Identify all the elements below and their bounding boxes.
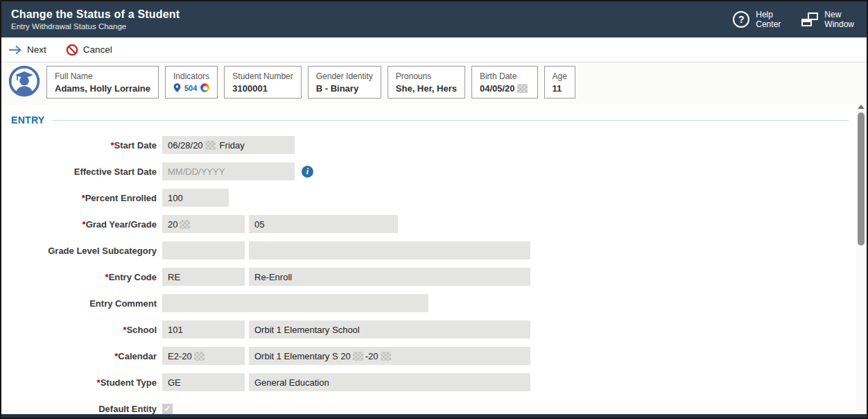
entry-code-input[interactable]: RE <box>162 268 245 286</box>
arrow-right-icon <box>8 45 22 55</box>
grade-level-subcategory-row: Grade Level Subcategory <box>1 241 867 259</box>
school-description: Orbit 1 Elementary School <box>249 320 530 339</box>
effective-start-date-label: Effective Start Date <box>1 166 157 177</box>
entry-section-header: ENTRY <box>1 105 867 126</box>
student-type-input[interactable]: GE <box>162 373 245 391</box>
pronouns-box: Pronouns She, Her, Hers <box>388 66 465 99</box>
grad-year-grade-label-text: Grad Year/Grade <box>86 219 157 230</box>
indicator-504-badge[interactable]: 504 <box>184 84 197 92</box>
student-type-label-text: Student Type <box>101 377 157 388</box>
page-header: Change the Status of a Student Entry Wit… <box>1 1 867 37</box>
student-type-description-value: General Education <box>254 377 329 388</box>
entry-form-panel: ENTRY *Start Date 06/28/20Friday Effecti… <box>1 105 867 419</box>
default-entity-label: Default Entity <box>1 404 157 414</box>
percent-enrolled-input[interactable]: 100 <box>162 189 229 207</box>
student-type-row: *Student Type GE General Education <box>1 373 867 391</box>
calendar-description: Orbit 1 Elementary S 20-20 <box>249 347 530 365</box>
redacted-calendar-desc-year1 <box>353 352 363 361</box>
full-name-value: Adams, Holly Lorraine <box>55 83 150 94</box>
entry-comment-input[interactable] <box>162 294 428 312</box>
grade-level-subcategory-code-input[interactable] <box>162 241 245 259</box>
cancel-button[interactable]: Cancel <box>66 44 112 56</box>
calendar-code-prefix: E2-20 <box>168 351 192 361</box>
student-full-name-box: Full Name Adams, Holly Lorraine <box>46 66 159 99</box>
age-label: Age <box>553 71 567 81</box>
student-number-box: Student Number 3100001 <box>224 66 301 99</box>
new-window-label-line1: New <box>824 10 841 19</box>
grade-level-subcategory-description <box>249 241 530 259</box>
entry-comment-row: Entry Comment <box>1 294 867 312</box>
grade-input[interactable]: 05 <box>249 215 398 233</box>
effective-start-date-placeholder: MM/DD/YYYY <box>168 166 225 177</box>
vertical-scrollbar[interactable] <box>856 103 865 414</box>
entry-code-value: RE <box>168 272 180 282</box>
calendar-description-mid: -20 <box>365 351 379 361</box>
age-value: 11 <box>553 83 567 94</box>
grad-year-input[interactable]: 20 <box>162 215 245 233</box>
entry-code-row: *Entry Code RE Re-Enroll <box>1 268 867 286</box>
start-date-value-suffix: Friday <box>220 140 245 151</box>
help-center-button[interactable]: ? Help Center <box>733 10 781 30</box>
calendar-label: *Calendar <box>1 351 157 361</box>
calendar-label-text: Calendar <box>118 351 157 361</box>
student-indicators-box: Indicators 504 <box>165 66 218 99</box>
new-window-button[interactable]: New Window <box>801 10 854 30</box>
start-date-row: *Start Date 06/28/20Friday <box>1 136 867 154</box>
effective-start-date-input[interactable]: MM/DD/YYYY <box>162 162 295 180</box>
multicolor-indicator-center <box>203 86 207 90</box>
grad-year-value-prefix: 20 <box>168 219 177 230</box>
student-header: Full Name Adams, Holly Lorraine Indicato… <box>1 62 867 105</box>
entry-section-title: ENTRY <box>11 114 44 126</box>
percent-enrolled-value: 100 <box>168 193 183 203</box>
gender-identity-box: Gender Identity B - Binary <box>308 66 381 99</box>
next-button[interactable]: Next <box>8 44 46 55</box>
scroll-up-arrow-icon[interactable] <box>858 105 865 109</box>
birth-date-text: 04/05/20 <box>480 83 515 94</box>
help-center-label: Help Center <box>756 10 781 30</box>
indicators-icons: 504 <box>173 83 209 93</box>
birth-date-value: 04/05/20 <box>480 83 530 94</box>
grad-year-grade-label: *Grad Year/Grade <box>1 219 157 230</box>
grade-level-subcategory-label: Grade Level Subcategory <box>1 246 157 256</box>
percent-enrolled-row: *Percent Enrolled 100 <box>1 189 867 207</box>
birth-date-label: Birth Date <box>480 71 530 81</box>
default-entity-checkbox: ✓ <box>162 404 173 414</box>
school-label: *School <box>1 325 157 335</box>
effective-start-date-row: Effective Start Date MM/DD/YYYY i <box>1 162 867 180</box>
percent-enrolled-label: *Percent Enrolled <box>1 193 157 203</box>
help-label-line1: Help <box>756 10 773 19</box>
school-description-value: Orbit 1 Elementary School <box>254 325 360 335</box>
full-name-label: Full Name <box>55 71 150 81</box>
school-label-text: School <box>127 325 157 335</box>
percent-enrolled-label-text: Percent Enrolled <box>85 193 157 203</box>
calendar-code-input[interactable]: E2-20 <box>162 347 245 365</box>
new-window-label-line2: Window <box>824 19 854 29</box>
gender-identity-value: B - Binary <box>316 83 373 94</box>
school-code-input[interactable]: 101 <box>162 320 245 339</box>
student-type-description: General Education <box>249 373 530 391</box>
gender-identity-label: Gender Identity <box>316 71 373 81</box>
multicolor-indicator-icon[interactable] <box>200 83 209 92</box>
pronouns-value: She, Her, Hers <box>396 83 457 94</box>
window-bottom-edge <box>1 414 867 418</box>
redacted-grad-year <box>180 220 190 229</box>
info-icon[interactable]: i <box>302 166 313 178</box>
entry-comment-label: Entry Comment <box>1 298 157 309</box>
grad-year-grade-row: *Grad Year/Grade 20 05 <box>1 215 867 233</box>
entry-code-label-text: Entry Code <box>109 272 157 282</box>
redacted-birth-year <box>517 84 528 93</box>
entry-form: *Start Date 06/28/20Friday Effective Sta… <box>1 136 867 418</box>
pronouns-label: Pronouns <box>396 71 457 81</box>
page-title: Change the Status of a Student <box>11 8 180 21</box>
calendar-row: *Calendar E2-20 Orbit 1 Elementary S 20-… <box>1 347 867 365</box>
question-circle-icon: ? <box>733 11 749 28</box>
page-titles: Change the Status of a Student Entry Wit… <box>11 8 180 31</box>
section-divider-line <box>53 120 849 121</box>
next-button-label: Next <box>27 44 46 55</box>
start-date-value-prefix: 06/28/20 <box>168 140 203 151</box>
indicators-label: Indicators <box>173 71 209 81</box>
map-pin-icon[interactable] <box>173 83 181 93</box>
calendar-description-prefix: Orbit 1 Elementary S 20 <box>254 351 351 361</box>
start-date-input[interactable]: 06/28/20Friday <box>162 136 295 154</box>
scrollbar-thumb[interactable] <box>858 112 865 246</box>
